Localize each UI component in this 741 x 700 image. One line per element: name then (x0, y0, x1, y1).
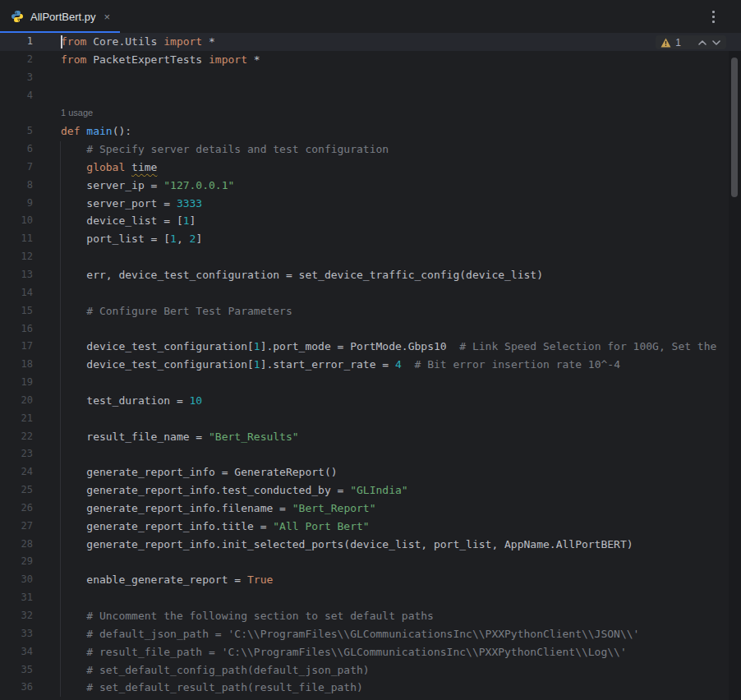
code-line-6[interactable]: 6 # Specify server details and test conf… (0, 140, 741, 159)
scrollbar-track[interactable] (729, 51, 741, 700)
line-number[interactable]: 8 (0, 177, 51, 195)
code-line-20[interactable]: 20 test_duration = 10 (0, 392, 741, 410)
code-line-text[interactable] (51, 410, 741, 428)
line-number[interactable]: 22 (0, 428, 51, 446)
line-number[interactable]: 30 (0, 571, 51, 589)
code-line-text[interactable]: from Core.Utils import * (51, 33, 741, 51)
line-number[interactable]: 21 (0, 410, 51, 428)
code-line-14[interactable]: 14 (0, 284, 741, 302)
line-number[interactable]: 25 (0, 481, 51, 500)
code-line-text[interactable]: result_file_name = "Bert_Results" (51, 428, 741, 446)
code-line-15[interactable]: 15 # Configure Bert Test Parameters (0, 302, 741, 320)
code-line-30[interactable]: 30 enable_generate_report = True (0, 571, 741, 589)
code-line-text[interactable] (51, 284, 741, 302)
code-line-32[interactable]: 32 # Uncomment the following section to … (0, 607, 741, 625)
code-line-29[interactable]: 29 (0, 553, 741, 571)
code-line-text[interactable]: from PacketExpertTests import * (51, 51, 741, 69)
code-line-text[interactable] (51, 69, 741, 87)
line-number[interactable]: 31 (0, 589, 51, 607)
code-line-26[interactable]: 26 generate_report_info.filename = "Bert… (0, 500, 741, 518)
code-line-text[interactable]: device_test_configuration[1].start_error… (51, 356, 741, 374)
code-editor[interactable]: 1from Core.Utils import *2from PacketExp… (0, 33, 741, 700)
code-line-12[interactable]: 12 (0, 248, 741, 266)
code-line-25[interactable]: 25 generate_report_info.test_conducted_b… (0, 481, 741, 500)
code-line-9[interactable]: 9 server_port = 3333 (0, 195, 741, 213)
code-line-34[interactable]: 34 # result_file_path = 'C:\\ProgramFile… (0, 643, 741, 661)
code-line-text[interactable]: global time (51, 159, 741, 177)
line-number[interactable]: 17 (0, 338, 51, 356)
usage-inlay-hint[interactable]: 1 usage (0, 104, 741, 122)
tab-allportbert-py[interactable]: AllPortBert.py × (0, 0, 120, 33)
code-line-text[interactable] (51, 374, 741, 392)
chevron-down-icon[interactable] (711, 39, 721, 46)
code-line-24[interactable]: 24 generate_report_info = GenerateReport… (0, 463, 741, 481)
line-number[interactable]: 33 (0, 625, 51, 643)
code-line-text[interactable] (51, 248, 741, 266)
code-line-text[interactable]: server_ip = "127.0.0.1" (51, 177, 741, 195)
code-line-18[interactable]: 18 device_test_configuration[1].start_er… (0, 356, 741, 374)
code-line-text[interactable]: # set_default_result_path(result_file_pa… (51, 679, 741, 697)
code-line-2[interactable]: 2from PacketExpertTests import * (0, 51, 741, 69)
code-line-text[interactable]: test_duration = 10 (51, 392, 741, 410)
line-number[interactable]: 1 (0, 33, 51, 51)
line-number[interactable]: 28 (0, 536, 51, 554)
line-number[interactable]: 19 (0, 374, 51, 392)
code-line-31[interactable]: 31 (0, 589, 741, 607)
line-number[interactable]: 9 (0, 195, 51, 213)
code-line-7[interactable]: 7 global time (0, 159, 741, 177)
code-line-text[interactable]: server_port = 3333 (51, 195, 741, 213)
code-line-1[interactable]: 1from Core.Utils import * (0, 33, 741, 51)
line-number[interactable]: 27 (0, 518, 51, 536)
code-line-text[interactable]: def main(): (51, 122, 741, 140)
kebab-menu-button[interactable] (703, 7, 723, 26)
line-number[interactable]: 7 (0, 159, 51, 177)
code-line-text[interactable]: # set_default_config_path(default_json_p… (51, 661, 741, 679)
code-line-22[interactable]: 22 result_file_name = "Bert_Results" (0, 428, 741, 446)
line-number[interactable]: 23 (0, 445, 51, 463)
line-number[interactable]: 26 (0, 500, 51, 518)
tab-close-icon[interactable]: × (104, 11, 110, 23)
warning-triangle-icon[interactable] (660, 38, 671, 48)
code-line-33[interactable]: 33 # default_json_path = 'C:\\ProgramFil… (0, 625, 741, 643)
line-number[interactable]: 11 (0, 230, 51, 248)
line-number[interactable]: 5 (0, 122, 51, 140)
code-line-text[interactable]: port_list = [1, 2] (51, 230, 741, 248)
code-line-17[interactable]: 17 device_test_configuration[1].port_mod… (0, 338, 741, 356)
code-line-text[interactable]: device_list = [1] (51, 212, 741, 230)
line-number[interactable]: 36 (0, 679, 51, 697)
code-line-4[interactable]: 4 (0, 87, 741, 105)
line-number[interactable]: 16 (0, 320, 51, 338)
code-line-5[interactable]: 5def main(): (0, 122, 741, 140)
code-line-text[interactable]: # Configure Bert Test Parameters (51, 302, 741, 320)
code-line-35[interactable]: 35 # set_default_config_path(default_jso… (0, 661, 741, 679)
line-number[interactable]: 4 (0, 87, 51, 105)
line-number[interactable]: 14 (0, 284, 51, 302)
line-number[interactable]: 6 (0, 140, 51, 159)
code-line-23[interactable]: 23 (0, 445, 741, 463)
code-line-3[interactable]: 3 (0, 69, 741, 87)
line-number[interactable]: 34 (0, 643, 51, 661)
line-number[interactable]: 24 (0, 463, 51, 481)
code-line-text[interactable] (51, 553, 741, 571)
scrollbar-thumb[interactable] (731, 58, 738, 197)
line-number[interactable]: 10 (0, 212, 51, 230)
code-line-text[interactable]: device_test_configuration[1].port_mode =… (51, 338, 741, 356)
code-line-10[interactable]: 10 device_list = [1] (0, 212, 741, 230)
code-line-36[interactable]: 36 # set_default_result_path(result_file… (0, 679, 741, 697)
code-line-text[interactable]: # default_json_path = 'C:\\ProgramFiles\… (51, 625, 741, 643)
line-number[interactable]: 18 (0, 356, 51, 374)
code-line-19[interactable]: 19 (0, 374, 741, 392)
line-number[interactable]: 13 (0, 266, 51, 284)
line-number[interactable]: 15 (0, 302, 51, 320)
code-line-16[interactable]: 16 (0, 320, 741, 338)
line-number[interactable]: 20 (0, 392, 51, 410)
code-line-text[interactable]: # result_file_path = 'C:\\ProgramFiles\\… (51, 643, 741, 661)
line-number[interactable]: 29 (0, 553, 51, 571)
code-line-13[interactable]: 13 err, device_test_configuration = set_… (0, 266, 741, 284)
code-line-11[interactable]: 11 port_list = [1, 2] (0, 230, 741, 248)
code-line-text[interactable]: generate_report_info.test_conducted_by =… (51, 481, 741, 500)
code-line-text[interactable]: generate_report_info = GenerateReport() (51, 463, 741, 481)
code-line-text[interactable] (51, 320, 741, 338)
line-number[interactable]: 35 (0, 661, 51, 679)
code-line-text[interactable] (51, 589, 741, 607)
